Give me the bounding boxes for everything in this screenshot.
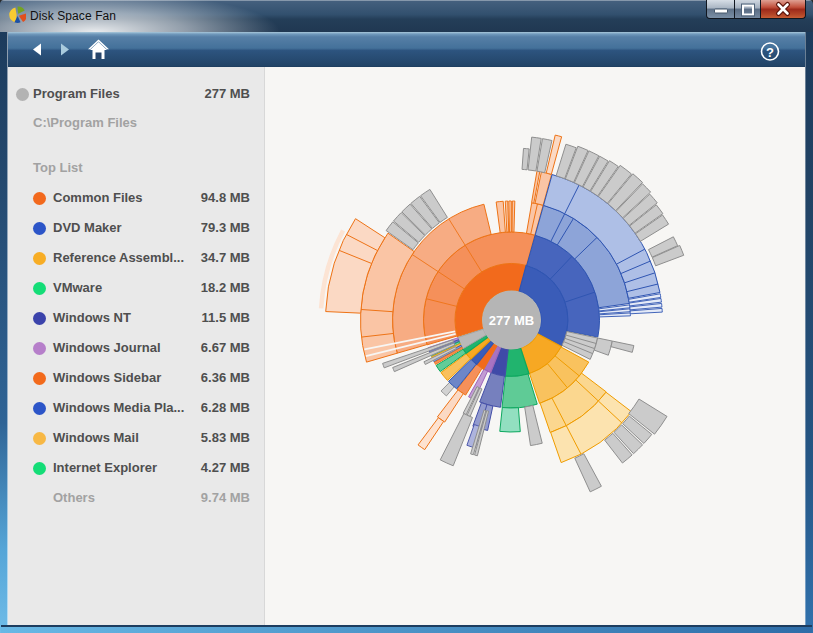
svg-text:?: ? [766,45,774,60]
svg-text:277 MB: 277 MB [489,313,535,328]
